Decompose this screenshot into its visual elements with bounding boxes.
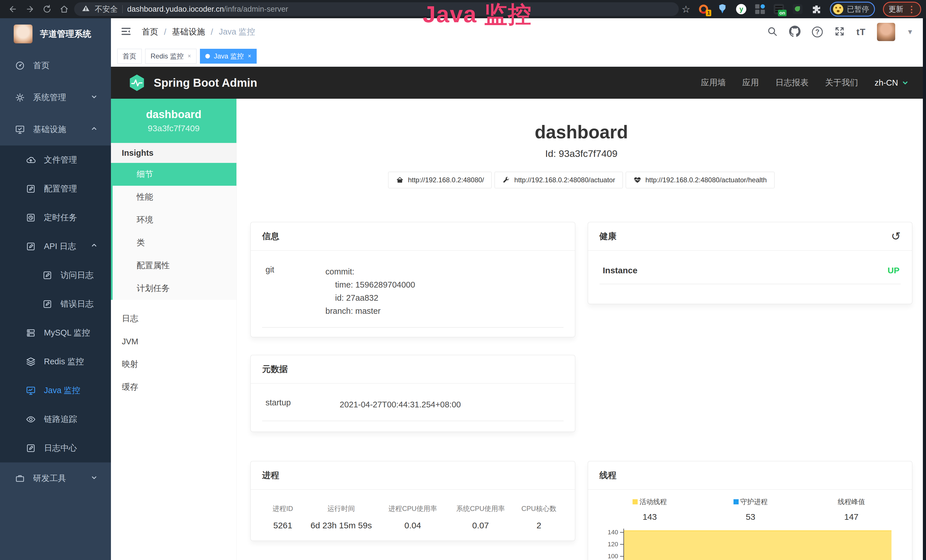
bookmark-star-icon[interactable]: ☆ bbox=[682, 3, 690, 15]
extension-y-icon[interactable]: y bbox=[736, 4, 747, 15]
extension-pin-icon[interactable] bbox=[717, 4, 728, 15]
sidebar-item-label: 文件管理 bbox=[44, 154, 77, 166]
search-icon[interactable] bbox=[767, 26, 778, 38]
breadcrumb-separator: / bbox=[211, 27, 213, 37]
sidebar-item-system[interactable]: 系统管理 bbox=[0, 82, 111, 114]
edit-square-icon bbox=[26, 184, 36, 194]
sidebar-item-error-log[interactable]: 错误日志 bbox=[0, 289, 111, 318]
screen: 不安全 dashboard.yudao.iocoder.cn/infra/adm… bbox=[0, 0, 926, 560]
fullscreen-icon[interactable] bbox=[834, 26, 845, 38]
sba-nav-applications[interactable]: 应用 bbox=[742, 77, 759, 88]
health-url-button[interactable]: http://192.168.0.2:48080/actuator/health bbox=[626, 172, 775, 188]
back-icon[interactable] bbox=[6, 2, 20, 16]
sidebar-item-infra[interactable]: 基础设施 bbox=[0, 114, 111, 145]
url-path: /infra/admin-server bbox=[224, 5, 288, 14]
sba-menu-item-scheduled-tasks[interactable]: 计划任务 bbox=[113, 277, 236, 300]
legend-live-threads: 活动线程 143 bbox=[599, 497, 701, 522]
sidebar-item-home[interactable]: 首页 bbox=[0, 50, 111, 82]
sba-menu-item-metrics[interactable]: 性能 bbox=[113, 186, 236, 209]
active-tab-dot bbox=[205, 54, 210, 59]
tab-home[interactable]: 首页 bbox=[117, 49, 142, 64]
menu-item-label: 配置属性 bbox=[136, 260, 170, 271]
github-icon[interactable] bbox=[789, 26, 800, 38]
sba-insights-items: 细节 性能 环境 类 配置属性 计划任务 bbox=[111, 163, 236, 300]
sidebar-item-log-center[interactable]: 日志中心 bbox=[0, 434, 111, 462]
sba-nav-wallboard[interactable]: 应用墙 bbox=[701, 77, 726, 88]
user-menu-caret-icon[interactable]: ▼ bbox=[906, 28, 914, 36]
sidebar-item-label: Redis 监控 bbox=[44, 356, 84, 368]
sidebar-item-label: API 日志 bbox=[44, 241, 76, 252]
reload-icon[interactable] bbox=[40, 2, 54, 16]
breadcrumb-separator: / bbox=[164, 27, 166, 37]
sba-menu-item-config-props[interactable]: 配置属性 bbox=[113, 254, 236, 277]
content-column: 首页 / 基础设施 / Java 监控 ? tT ▼ 首页 bbox=[111, 18, 926, 560]
home-icon[interactable] bbox=[57, 2, 71, 16]
forward-icon[interactable] bbox=[23, 2, 37, 16]
font-size-icon[interactable]: tT bbox=[856, 27, 865, 37]
sba-menu-item-classes[interactable]: 类 bbox=[113, 232, 236, 254]
server-icon bbox=[26, 328, 36, 338]
sba-locale-select[interactable]: zh-CN bbox=[875, 78, 909, 88]
col-header: 运行时间 bbox=[303, 504, 379, 513]
security-label[interactable]: 不安全 bbox=[95, 4, 118, 14]
sidebar-fold-icon[interactable] bbox=[120, 26, 132, 38]
y-tick-mark bbox=[620, 532, 623, 533]
page-url[interactable]: dashboard.yudao.iocoder.cn/infra/admin-s… bbox=[127, 5, 288, 14]
git-id-line: id: 27aa832 bbox=[325, 291, 563, 304]
sba-menu-item-logs[interactable]: 日志 bbox=[111, 307, 236, 330]
breadcrumb-infra[interactable]: 基础设施 bbox=[172, 26, 205, 38]
browser-update-button[interactable]: 更新⋮ bbox=[883, 2, 921, 17]
instance-health-row[interactable]: Instance UP bbox=[599, 261, 901, 284]
sidebar-item-java-monitor[interactable]: Java 监控 bbox=[0, 376, 111, 405]
sidebar-item-trace[interactable]: 链路追踪 bbox=[0, 405, 111, 434]
extension-leaf-icon[interactable] bbox=[792, 4, 803, 15]
eye-icon bbox=[26, 414, 36, 424]
service-url-button[interactable]: http://192.168.0.2:48080/ bbox=[388, 172, 492, 188]
breadcrumb-home[interactable]: 首页 bbox=[142, 26, 158, 38]
app-logo-avatar bbox=[14, 24, 33, 43]
extension-grid-icon[interactable] bbox=[755, 4, 766, 15]
sidebar-item-mysql-monitor[interactable]: MySQL 监控 bbox=[0, 318, 111, 347]
sba-menu-item-mappings[interactable]: 映射 bbox=[111, 353, 236, 376]
not-secure-warning-icon[interactable] bbox=[82, 4, 90, 15]
history-icon[interactable]: ↺ bbox=[891, 230, 900, 243]
profile-paused-pill[interactable]: 已暂停 bbox=[830, 2, 875, 17]
legend-value: 147 bbox=[801, 512, 902, 522]
sidebar-item-access-log[interactable]: 访问日志 bbox=[0, 261, 111, 289]
url-host: dashboard.yudao.iocoder.cn bbox=[127, 5, 224, 14]
instance-id: 93a3fc7f7409 bbox=[148, 124, 200, 133]
sidebar-item-scheduled-job[interactable]: 定时任务 bbox=[0, 203, 111, 232]
address-bar[interactable]: 不安全 dashboard.yudao.iocoder.cn/infra/adm… bbox=[74, 2, 679, 16]
sidebar-item-file-manage[interactable]: 文件管理 bbox=[0, 145, 111, 174]
user-avatar[interactable] bbox=[877, 23, 895, 41]
instance-label: Instance bbox=[603, 266, 638, 275]
tab-redis-monitor[interactable]: Redis 监控× bbox=[145, 49, 197, 64]
sba-menu-item-jvm[interactable]: JVM bbox=[111, 330, 236, 353]
browser-menu-kebab-icon[interactable]: ⋮ bbox=[907, 4, 916, 14]
sba-menu-item-caches[interactable]: 缓存 bbox=[111, 376, 236, 398]
sidebar-item-devtools[interactable]: 研发工具 bbox=[0, 462, 111, 494]
extensions-puzzle-icon[interactable] bbox=[811, 4, 822, 15]
monitor-check-icon bbox=[15, 124, 25, 135]
extension-colorful-icon[interactable]: 1 bbox=[698, 4, 709, 15]
sba-menu-item-details[interactable]: 细节 bbox=[113, 163, 236, 186]
gear-icon bbox=[15, 92, 25, 103]
close-icon[interactable]: × bbox=[248, 53, 251, 59]
sba-brand-title[interactable]: Spring Boot Admin bbox=[154, 76, 257, 89]
actuator-url-button[interactable]: http://192.168.0.2:48080/actuator bbox=[495, 172, 623, 188]
sba-menu-item-environment[interactable]: 环境 bbox=[113, 209, 236, 232]
git-info-row: git commit: time: 1596289704000 id: 27aa… bbox=[262, 261, 563, 327]
extension-switch-icon[interactable]: on bbox=[773, 4, 784, 15]
sidebar-item-config-manage[interactable]: 配置管理 bbox=[0, 174, 111, 203]
sba-nav-journal[interactable]: 日志报表 bbox=[775, 77, 808, 88]
sidebar-item-api-log[interactable]: API 日志 bbox=[0, 232, 111, 261]
tab-java-monitor[interactable]: Java 监控× bbox=[200, 49, 257, 64]
spring-boot-admin-logo-icon bbox=[127, 73, 146, 92]
sba-nav-about[interactable]: 关于我们 bbox=[825, 77, 858, 88]
git-commit-line: commit: bbox=[325, 265, 563, 278]
startup-row: startup 2021-04-27T00:44:31.254+08:00 bbox=[262, 394, 563, 421]
close-icon[interactable]: × bbox=[188, 53, 191, 59]
help-icon[interactable]: ? bbox=[812, 27, 823, 37]
app-logo-row[interactable]: 芋道管理系统 bbox=[0, 18, 111, 50]
sidebar-item-redis-monitor[interactable]: Redis 监控 bbox=[0, 347, 111, 376]
